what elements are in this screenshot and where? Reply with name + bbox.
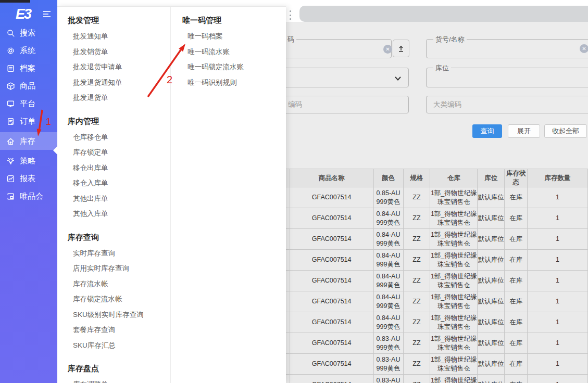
- category-code-input[interactable]: 大类编码: [426, 96, 588, 113]
- menu-item[interactable]: 批发退货申请单: [68, 59, 170, 75]
- menu-item[interactable]: SKU库存汇总: [68, 338, 170, 353]
- clear-icon[interactable]: ✕: [580, 44, 588, 53]
- table-cell: GFAC007514: [290, 229, 373, 250]
- menu-item[interactable]: 移仓出库单: [68, 160, 170, 176]
- window-edge: [0, 0, 30, 3]
- table-cell: 默认库位: [478, 291, 505, 312]
- sidebar-item-search[interactable]: 搜索: [0, 24, 57, 42]
- menu-group: 库内管理仓库移仓单库存锁定单移仓出库单移仓入库单其他出库单其他入库单: [68, 113, 170, 222]
- table-cell: ZZ: [403, 312, 430, 333]
- table-cell: 1部_得物世纪缘 珠宝销售仓: [430, 333, 478, 354]
- app-logo: E3: [16, 6, 31, 22]
- sidebar-item-label: 策略: [20, 156, 35, 166]
- table-cell: 1: [528, 333, 588, 354]
- chevron-down-icon: [394, 74, 402, 83]
- category-code-placeholder: 大类编码: [433, 100, 461, 109]
- table-header-cell: 商品名称: [290, 169, 373, 187]
- menu-item[interactable]: 仓库移仓单: [68, 130, 170, 145]
- active-page-tab[interactable]: [299, 6, 588, 22]
- menu-item[interactable]: SKU级别实时库存查询: [68, 307, 170, 323]
- sidebar-item-system[interactable]: 系统: [0, 42, 57, 59]
- table-cell: 默认库位: [478, 187, 505, 208]
- sidebar-item-vip[interactable]: 唯品会: [0, 187, 57, 205]
- table-cell: 1部_得物世纪缘 珠宝销售仓: [430, 250, 478, 271]
- menu-item[interactable]: 库存锁定单: [68, 145, 170, 160]
- table-cell: ZZ: [403, 208, 430, 229]
- table-cell: 在库: [505, 333, 528, 354]
- sidebar-item-platform[interactable]: 平台: [0, 95, 57, 112]
- collapse-all-button[interactable]: 收起全部: [544, 124, 587, 138]
- table-cell: 0.83-AU 999黄色: [373, 333, 403, 354]
- menu-item[interactable]: 唯一码档案: [182, 29, 286, 44]
- menu-toggle-icon[interactable]: [43, 10, 51, 18]
- menu-item[interactable]: 批发通知单: [68, 29, 170, 44]
- table-cell: 在库: [505, 250, 528, 271]
- table-cell: 默认库位: [478, 229, 505, 250]
- menu-item[interactable]: 库存锁定流水帐: [68, 291, 170, 307]
- menu-item[interactable]: 批发退货单: [68, 90, 170, 106]
- table-cell: 1: [528, 291, 588, 312]
- table-cell: GFAC007514: [290, 375, 373, 383]
- menu-item[interactable]: 移仓入库单: [68, 175, 170, 191]
- table-cell: GFAC007514: [290, 271, 373, 291]
- table-cell: ZZ: [403, 250, 430, 271]
- search-icon: [6, 29, 15, 37]
- query-button[interactable]: 查询: [472, 124, 502, 138]
- goods-icon: [6, 82, 15, 91]
- table-cell: 1部_得物世纪缘 珠宝销售仓: [430, 229, 478, 250]
- table-header-cell: 颜色: [373, 169, 403, 187]
- table-cell: ZZ: [403, 271, 430, 291]
- menu-group: 唯一码管理唯一码档案唯一码流水账唯一码锁定流水账唯一码识别规则: [182, 12, 286, 90]
- menu-item[interactable]: 批发退货通知单: [68, 75, 170, 91]
- menu-item[interactable]: 其他出库单: [68, 191, 170, 207]
- menu-group: 库存盘点库存调整单: [68, 360, 170, 383]
- table-cell: 0.84-AU 999黄色: [373, 291, 403, 312]
- table-cell: ZZ: [403, 354, 430, 375]
- item-name-field[interactable]: 货号/名称 ✕: [426, 39, 588, 58]
- sidebar-item-label: 档案: [20, 63, 35, 73]
- menu-item[interactable]: 店用实时库存查询: [68, 261, 170, 276]
- table-cell: 在库: [505, 271, 528, 291]
- sidebar-item-strategy[interactable]: 策略: [0, 152, 57, 170]
- sidebar-item-archive[interactable]: 档案: [0, 59, 57, 77]
- menu-item[interactable]: 唯一码锁定流水账: [182, 59, 286, 75]
- sidebar-item-label: 平台: [20, 99, 35, 109]
- expand-button[interactable]: 展开: [508, 124, 540, 138]
- sidebar-item-label: 库存: [20, 136, 35, 146]
- table-cell: 0.84-AU 999黄色: [373, 250, 403, 271]
- menu-group-title: 库内管理: [68, 113, 170, 130]
- archive-icon: [6, 64, 15, 73]
- menu-item[interactable]: 批发销货单: [68, 44, 170, 60]
- menu-group: 库存查询实时库存查询店用实时库存查询库存流水帐库存锁定流水帐SKU级别实时库存查…: [68, 229, 170, 353]
- upload-button[interactable]: [393, 40, 409, 57]
- location-field[interactable]: 库位: [426, 68, 588, 87]
- location-field-label: 库位: [433, 64, 451, 72]
- table-cell: 在库: [505, 312, 528, 333]
- sidebar-item-inventory[interactable]: 库存: [0, 132, 57, 150]
- kebab-dots-icon[interactable]: [287, 10, 293, 20]
- sidebar-item-label: 报表: [20, 174, 35, 184]
- menu-item[interactable]: 唯一码流水账: [182, 44, 286, 60]
- strategy-icon: [6, 157, 15, 165]
- upload-icon: [397, 44, 405, 53]
- table-cell: GFAC007514: [290, 187, 373, 208]
- menu-item[interactable]: 库存流水帐: [68, 276, 170, 292]
- sidebar-item-report[interactable]: 报表: [0, 170, 57, 187]
- table-cell: 在库: [505, 208, 528, 229]
- table-cell: 1: [528, 208, 588, 229]
- menu-item[interactable]: 唯一码识别规则: [182, 75, 286, 91]
- table-cell: 1部_得物世纪缘 珠宝销售仓: [430, 187, 478, 208]
- sidebar-item-goods[interactable]: 商品: [0, 77, 57, 95]
- menu-item[interactable]: 其他入库单: [68, 206, 170, 222]
- table-cell: GFAC007514: [290, 312, 373, 333]
- table-cell: 0.83-AU 999黄色: [373, 375, 403, 383]
- menu-item[interactable]: 实时库存查询: [68, 246, 170, 261]
- sidebar-item-label: 订单: [20, 117, 35, 126]
- menu-item[interactable]: 套餐库存查询: [68, 322, 170, 338]
- table-cell: 1: [528, 312, 588, 333]
- code-input-placeholder: 编码: [288, 100, 302, 109]
- sidebar-item-order[interactable]: 订单: [0, 112, 57, 130]
- table-cell: 1: [528, 229, 588, 250]
- menu-item[interactable]: 库存调整单: [68, 377, 170, 383]
- clear-icon[interactable]: ✕: [383, 45, 392, 54]
